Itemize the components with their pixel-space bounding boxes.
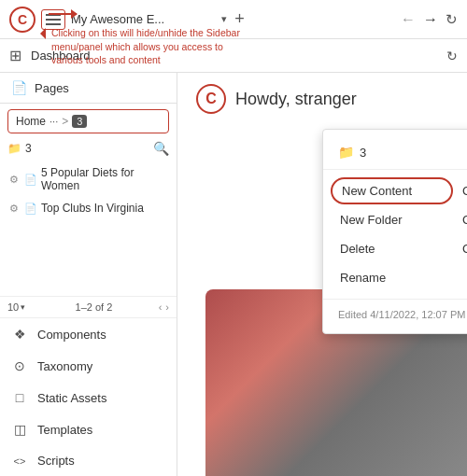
sidebar-nav: ❖ Components ⊙ Taxonomy □ Static Assets … [0,317,177,476]
prev-page-button[interactable]: ‹ [159,301,163,313]
context-menu: 📁 3 New Content Cut New Folder Copy Dele… [322,129,467,334]
top-bar: C My Awesome E... ▾ + ← → ↻ [0,0,467,39]
cut-label: Cut [462,184,467,198]
breadcrumb-arrow-icon: > [62,115,68,128]
breadcrumb-number[interactable]: 3 [72,115,87,128]
page-item-label: 5 Popular Diets for Women [41,166,167,192]
dashboard-grid-icon: ⊞ [9,47,21,64]
secondary-refresh-button[interactable]: ↻ [446,49,458,63]
file-icon: 📄 [24,174,37,186]
per-page-value: 10 [7,301,19,313]
list-item[interactable]: ⚙ 📄 5 Popular Diets for Women [0,161,177,197]
search-icon[interactable]: 🔍 [153,141,169,156]
sidebar-item-scripts[interactable]: <> Scripts [0,445,177,476]
context-menu-grid: New Content Cut New Folder Copy Delete C… [323,177,467,291]
sidebar-item-taxonomy[interactable]: ⊙ Taxonomy [0,350,177,382]
page-items-list: ⚙ 📄 5 Popular Diets for Women ⚙ 📄 Top Cl… [0,161,177,296]
breadcrumb[interactable]: Home ··· > 3 [7,109,169,133]
add-tab-button[interactable]: + [234,9,245,29]
new-folder-menu-item[interactable]: New Folder [331,206,453,233]
sidebar-item-label: Components [37,328,106,342]
new-content-label: New Content [342,184,412,198]
hamburger-button[interactable] [41,9,65,30]
main-content-area: C Howdy, stranger 📁 3 New Content Cut Ne… [177,73,467,476]
app-name: My Awesome E... [71,12,216,26]
scripts-icon: <> [11,455,28,467]
copy-menu-item[interactable]: Copy [453,206,467,233]
context-folder-icon: 📁 [338,145,354,160]
folder-count: 3 [25,142,153,155]
main-logo: C [196,84,226,114]
new-folder-label: New Folder [340,213,402,227]
main-layout: 📄 Pages Home ··· > 3 📁 3 🔍 ⚙ 📄 5 Popular… [0,73,467,476]
pagination-bar: 10 ▾ 1–2 of 2 ‹ › [0,296,177,317]
sidebar-item-label: Static Assets [37,391,106,405]
rename-label: Rename [340,271,386,285]
nav-arrows: ← → ↻ [401,11,458,28]
second-bar: ⊞ Dashboard ↻ [0,39,467,73]
back-arrow-icon[interactable]: ← [401,11,416,28]
delete-label: Delete [340,242,375,256]
sidebar-item-label: Taxonomy [37,359,92,373]
edited-by-text: Edited 4/11/2022, 12:07 PM By git_repo_u… [338,309,467,320]
components-icon: ❖ [11,327,28,342]
taxonomy-icon: ⊙ [11,358,28,373]
per-page-selector[interactable]: 10 ▾ [7,301,25,313]
breadcrumb-home[interactable]: Home [16,115,46,128]
new-content-menu-item[interactable]: New Content [331,177,453,204]
folder-icon: 📁 [7,142,21,155]
copy-with-children-label: Copy with children [462,242,467,256]
settings-icon: ⚙ [9,203,19,215]
pages-label: Pages [35,81,165,95]
breadcrumb-dots[interactable]: ··· [50,116,58,127]
sidebar-item-label: Scripts [37,454,75,468]
app-name-chevron-icon[interactable]: ▾ [221,13,227,25]
annotation-arrow [49,13,77,15]
refresh-button[interactable]: ↻ [446,11,458,28]
sidebar-item-components[interactable]: ❖ Components [0,318,177,350]
dashboard-label: Dashboard [31,49,437,63]
context-menu-footer: Edited 4/11/2022, 12:07 PM By git_repo_u… [323,299,467,324]
rename-menu-item[interactable]: Rename [331,264,453,291]
sidebar: 📄 Pages Home ··· > 3 📁 3 🔍 ⚙ 📄 5 Popular… [0,73,177,476]
pages-file-icon: 📄 [11,80,27,95]
pages-header: 📄 Pages [0,73,177,104]
page-range-text: 1–2 of 2 [33,301,154,313]
list-item[interactable]: ⚙ 📄 Top Clubs In Virginia [0,197,177,219]
templates-icon: ◫ [11,422,28,437]
search-row: 📁 3 🔍 [0,139,177,161]
sidebar-item-static-assets[interactable]: □ Static Assets [0,382,177,413]
per-page-chevron-icon: ▾ [21,302,25,312]
main-logo-letter: C [205,91,217,107]
context-folder-label: 3 [360,146,366,160]
cut-menu-item[interactable]: Cut [453,177,467,204]
copy-with-children-menu-item[interactable]: Copy with children [453,235,467,262]
page-item-label: Top Clubs In Virginia [41,202,144,215]
static-assets-icon: □ [11,390,28,405]
delete-menu-item[interactable]: Delete [331,235,453,262]
sidebar-item-label: Templates [37,423,92,437]
forward-arrow-icon[interactable]: → [423,11,438,28]
copy-label: Copy [462,213,467,227]
next-page-button[interactable]: › [165,301,169,313]
main-header: C Howdy, stranger [177,73,467,125]
context-menu-title: 📁 3 [323,139,467,170]
file-icon: 📄 [24,203,37,215]
sidebar-item-templates[interactable]: ◫ Templates [0,413,177,445]
settings-icon: ⚙ [9,174,19,186]
logo-button[interactable]: C [9,7,35,33]
howdy-text: Howdy, stranger [235,90,357,109]
logo-letter: C [18,12,27,27]
